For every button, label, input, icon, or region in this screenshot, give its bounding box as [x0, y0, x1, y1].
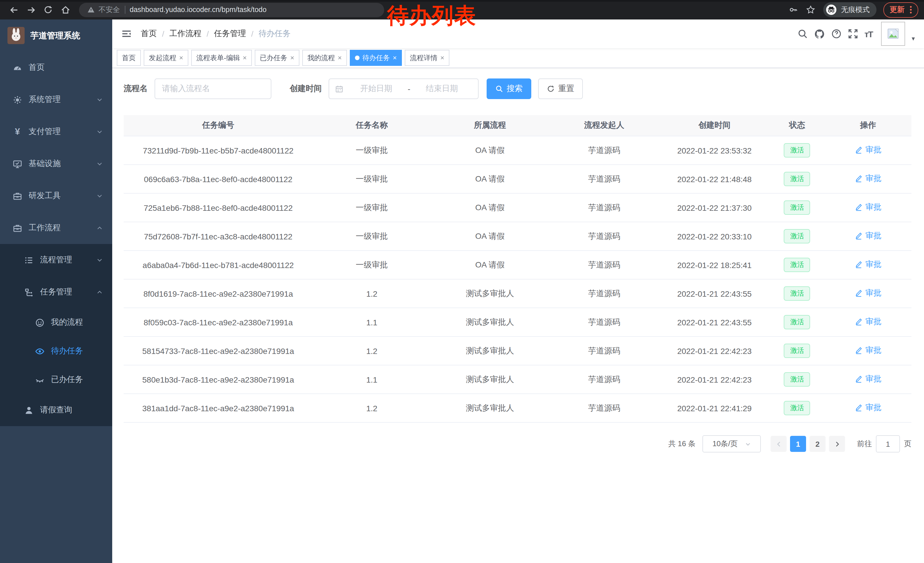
sidebar-collapse-icon[interactable] [122, 29, 132, 39]
starter-cell: 芋道源码 [549, 231, 659, 242]
approve-label: 审批 [866, 374, 882, 384]
tab-item[interactable]: 发起流程× [144, 50, 188, 66]
breadcrumb-home[interactable]: 首页 [141, 29, 157, 39]
prev-page-button[interactable] [771, 436, 787, 452]
approve-label: 审批 [866, 402, 882, 413]
pagination: 共 16 条 10条/页 1 2 前往 1 页 [124, 435, 911, 452]
update-button[interactable]: 更新 [884, 2, 918, 18]
tab-item[interactable]: 流程详情× [405, 50, 449, 66]
close-icon[interactable]: × [338, 54, 342, 61]
end-date-placeholder: 结束日期 [412, 84, 472, 94]
edit-icon [855, 347, 863, 354]
col-starter: 流程发起人 [549, 120, 659, 131]
approve-link[interactable]: 审批 [855, 260, 882, 270]
edit-icon [855, 175, 863, 183]
sidebar-item[interactable]: 流程管理 [0, 244, 112, 276]
page-size-select[interactable]: 10条/页 [702, 435, 761, 452]
sidebar-item-label: 系统管理 [28, 95, 61, 105]
tab-item[interactable]: 首页 [117, 50, 141, 66]
starter-cell: 芋道源码 [549, 317, 659, 327]
actions-cell: 审批 [825, 345, 911, 356]
col-create-time: 创建时间 [659, 120, 770, 131]
sidebar-item[interactable]: 基础设施 [0, 148, 112, 180]
github-icon[interactable] [814, 29, 825, 39]
approve-link[interactable]: 审批 [855, 374, 882, 384]
approve-link[interactable]: 审批 [855, 345, 882, 356]
star-icon[interactable] [802, 2, 819, 18]
close-icon[interactable]: × [243, 54, 247, 61]
approve-link[interactable]: 审批 [855, 402, 882, 413]
approve-link[interactable]: 审批 [855, 202, 882, 213]
chevron-down-icon [96, 192, 103, 199]
search-icon[interactable] [798, 29, 808, 39]
approve-link[interactable]: 审批 [855, 174, 882, 184]
sidebar-item[interactable]: 已办任务 [0, 365, 112, 394]
close-icon[interactable]: × [440, 54, 444, 61]
fontsize-icon[interactable]: тT [864, 29, 873, 39]
fullscreen-icon[interactable] [848, 29, 858, 39]
next-page-button[interactable] [829, 436, 845, 452]
process-cell: OA 请假 [431, 260, 549, 270]
page-button-2[interactable]: 2 [810, 436, 825, 452]
goto-page-input[interactable]: 1 [876, 435, 900, 452]
insecure-badge[interactable]: 不安全 [87, 5, 120, 15]
monitor-icon [13, 159, 22, 169]
search-button-icon [495, 85, 503, 93]
insecure-label: 不安全 [99, 5, 120, 15]
search-button[interactable]: 搜索 [487, 78, 531, 99]
avatar[interactable] [881, 22, 905, 46]
breadcrumb: 首页 / 工作流程 / 任务管理 / 待办任务 [141, 29, 291, 39]
tab-item[interactable]: 已办任务× [255, 50, 299, 66]
starter-cell: 芋道源码 [549, 260, 659, 270]
reload-icon[interactable] [40, 2, 56, 18]
process-name-input[interactable]: 请输入流程名 [154, 78, 272, 99]
gear-icon [13, 95, 22, 105]
date-range-input[interactable]: 开始日期 - 结束日期 [328, 78, 478, 99]
status-cell: 激活 [770, 229, 825, 243]
home-icon[interactable] [57, 2, 73, 18]
key-icon[interactable] [786, 2, 801, 18]
starter-cell: 芋道源码 [549, 346, 659, 356]
sidebar-item[interactable]: ¥支付管理 [0, 116, 112, 148]
create-time-cell: 2022-01-21 22:43:55 [659, 289, 770, 298]
chevron-down-icon [96, 161, 103, 167]
close-icon[interactable]: × [179, 54, 183, 61]
back-icon[interactable] [6, 2, 22, 18]
starter-cell: 芋道源码 [549, 288, 659, 299]
forward-icon[interactable] [23, 2, 39, 18]
sidebar-item[interactable]: 待办任务 [0, 337, 112, 365]
process-cell: 测试多审批人 [431, 346, 549, 356]
help-icon[interactable] [831, 29, 842, 39]
approve-link[interactable]: 审批 [855, 288, 882, 299]
sidebar-item[interactable]: 我的流程 [0, 308, 112, 337]
reset-button[interactable]: 重置 [538, 78, 583, 99]
sidebar-item[interactable]: 系统管理 [0, 84, 112, 116]
sidebar-item[interactable]: 工作流程 [0, 212, 112, 244]
sidebar-item[interactable]: 首页 [0, 51, 112, 84]
task-id-cell: 8f059c03-7ac8-11ec-a9e2-a2380e71991a [124, 318, 313, 327]
task-id-cell: 580e1b3d-7ac8-11ec-a9e2-a2380e71991a [124, 375, 313, 384]
url-bar[interactable]: 不安全 dashboard.yudao.iocoder.cn/bpm/task/… [79, 3, 384, 17]
tab-item[interactable]: 流程表单-编辑× [191, 50, 252, 66]
page-button-1[interactable]: 1 [790, 436, 806, 452]
caret-down-icon[interactable]: ▾ [912, 35, 915, 42]
table-row: 069c6a63-7b8a-11ec-8ef0-acde48001122一级审批… [124, 165, 911, 194]
sidebar-item[interactable]: 请假查询 [0, 394, 112, 426]
sidebar-item-label: 我的流程 [51, 317, 83, 327]
close-icon[interactable]: × [393, 54, 397, 61]
logo[interactable]: 芋道管理系统 [0, 20, 112, 51]
approve-link[interactable]: 审批 [855, 145, 882, 155]
approve-link[interactable]: 审批 [855, 231, 882, 241]
sidebar-item[interactable]: 任务管理 [0, 276, 112, 308]
status-cell: 激活 [770, 372, 825, 387]
menu-dots-icon[interactable] [910, 5, 912, 14]
task-name-cell: 1.2 [313, 289, 431, 298]
sidebar-item[interactable]: 研发工具 [0, 180, 112, 212]
col-task-name: 任务名称 [313, 120, 431, 131]
tab-active[interactable]: 待办任务× [350, 50, 402, 66]
task-name-cell: 一级审批 [313, 145, 431, 156]
active-dot [355, 56, 360, 60]
close-icon[interactable]: × [290, 54, 294, 61]
tab-item[interactable]: 我的流程× [302, 50, 347, 66]
approve-link[interactable]: 审批 [855, 317, 882, 327]
